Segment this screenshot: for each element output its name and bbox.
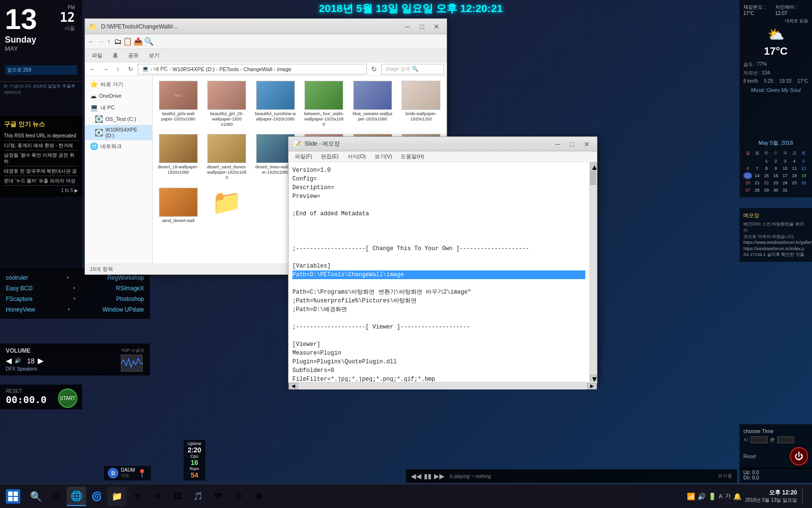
volume-up-btn[interactable]: ▶ <box>38 356 44 365</box>
toolbar-app-icon[interactable]: 🗂 <box>114 37 122 46</box>
shortcut-rsimagex[interactable]: RSImageX <box>116 285 144 292</box>
taskbar-media[interactable]: 🎵 <box>188 487 208 506</box>
news-item-2[interactable]: 남경필 '왕수 폭언 이재명 공전 취하 <box>4 150 78 166</box>
notepad-menu-view[interactable]: 보기(V) <box>371 152 396 161</box>
taskbar-photos[interactable]: 🖼 <box>168 487 188 506</box>
menu-file[interactable]: 파일 <box>87 50 107 61</box>
tray-network-icon[interactable]: 📶 <box>687 493 695 500</box>
menu-view[interactable]: 보기 <box>145 50 164 61</box>
address-bar[interactable]: 💻 › 내 PC › W10RS4XPE (D:) › PETools › Ch… <box>138 64 367 75</box>
start-button-taskbar[interactable] <box>2 486 24 507</box>
scroll-left-btn[interactable]: ◀ <box>289 383 298 389</box>
file-item-7[interactable]: desert_18-wallpaper-1920x1080 <box>155 132 202 182</box>
taskbar-ie[interactable]: 🌀 <box>87 487 106 506</box>
menu-home[interactable]: 홈 <box>108 50 122 61</box>
tray-battery-icon[interactable]: 🔋 <box>708 493 716 500</box>
show-desktop-btn[interactable] <box>801 487 805 506</box>
file-item-1[interactable]: IMG beatful_girls-wallpaper-1920x1080 <box>155 78 202 129</box>
toolbar-view-icon[interactable]: 📋 <box>123 37 132 46</box>
close-button[interactable]: ✕ <box>430 20 443 33</box>
taskbar-calc[interactable]: 🖩 <box>249 487 269 506</box>
sidebar-onedrive[interactable]: ☁ OneDrive <box>85 90 152 102</box>
notepad-hscrollbar[interactable]: ◀ ▶ <box>289 382 597 389</box>
toolbar-share-icon[interactable]: 📤 <box>133 37 143 46</box>
file-item-4[interactable]: between_four_walls-wallpaper-1920x1080 <box>301 78 348 129</box>
tray-volume-icon[interactable]: 🔊 <box>697 493 706 500</box>
shortcut-windowupdate[interactable]: Window UPdate <box>102 306 144 313</box>
shortcut-regworkshop[interactable]: RegWorkshop <box>107 274 144 281</box>
tray-notification-icon[interactable]: 🔔 <box>733 493 741 500</box>
taskbar-edge[interactable]: 🌐 <box>67 487 86 506</box>
nav-back-btn[interactable]: ← <box>87 64 98 75</box>
scroll-thumb[interactable] <box>590 170 596 185</box>
sidebar-my-pc[interactable]: 💻 내 PC <box>85 102 152 113</box>
news-pagination[interactable]: 1 to 5 ▶ <box>4 188 78 193</box>
news-item-3[interactable]: 태영호 전 영국주재 북한대사관 공 <box>4 166 78 176</box>
taskbar-clock[interactable]: 오후 12:20 2018년 5월 13일 일요일 <box>745 489 797 504</box>
tray-ime-icon[interactable]: A <box>719 493 723 500</box>
maximize-button[interactable]: □ <box>416 20 428 33</box>
notepad-scrollbar[interactable]: ▲ ▼ <box>589 162 597 382</box>
taskbar-settings[interactable]: ⚙ <box>229 487 248 506</box>
time-hour-input[interactable] <box>751 436 768 443</box>
notepad-maximize-btn[interactable]: □ <box>566 138 579 150</box>
scroll-right-btn[interactable]: ▶ <box>587 383 597 389</box>
nav-refresh-btn[interactable]: ↻ <box>125 64 136 75</box>
taskbar-file-mgr[interactable]: 📁 <box>107 487 127 506</box>
file-item-8[interactable]: desert_sand_dunes-wallpaper-1920x1080 <box>204 132 250 182</box>
notepad-menu-format[interactable]: 서식(O) <box>344 152 370 161</box>
sidebar-d-drive[interactable]: 💽 W10RS4XPE (D:) <box>85 125 152 140</box>
shortcut-photoshop[interactable]: Photoshop <box>116 296 144 302</box>
start-button[interactable]: START <box>58 388 77 408</box>
taskbar-store[interactable]: 🛍 <box>128 487 147 506</box>
toolbar-search-icon[interactable]: 🔍 <box>144 37 154 46</box>
notepad-menu-file[interactable]: 파일(F) <box>291 152 316 161</box>
sidebar-c-drive[interactable]: 💽 OS_Test (C:) <box>85 113 152 125</box>
notepad-minimize-btn[interactable]: ─ <box>551 138 564 150</box>
np-next-btn[interactable]: ▶▶ <box>434 472 445 480</box>
file-item-13[interactable]: wind_desert-wall <box>155 185 202 226</box>
reset-btn[interactable]: Reset <box>743 454 756 459</box>
shortcut-fscapture[interactable]: FScapture <box>6 296 32 302</box>
taskbar-task-view[interactable]: ⊟ <box>46 487 66 506</box>
file-item-2[interactable]: beautiful_girl_29-wallpaper-1920x1080 <box>204 78 250 129</box>
notepad-menu-edit[interactable]: 편집(E) <box>317 152 343 161</box>
taskbar-search[interactable]: 🔍 <box>26 487 45 506</box>
file-item-6[interactable]: bride-wallpaper-1920x1200 <box>398 78 445 129</box>
np-prev-btn[interactable]: ◀◀ <box>411 472 421 480</box>
power-button[interactable]: ⏻ <box>790 447 808 465</box>
np-play-btn[interactable]: ▮▮ <box>424 472 432 480</box>
nav-up-btn[interactable]: ↑ <box>113 64 123 75</box>
toolbar-forward-icon[interactable]: → <box>96 37 105 46</box>
nav-forward-btn[interactable]: → <box>100 64 111 75</box>
minimize-button[interactable]: ─ <box>401 20 414 33</box>
daum-shortcut[interactable]: D DAUM 지도 📍 <box>104 466 151 480</box>
volume-down-btn[interactable]: ◀ <box>6 356 12 365</box>
taskbar-maps[interactable]: 🗺 <box>209 487 228 506</box>
tray-ime-kr-icon[interactable]: 가 <box>725 492 731 500</box>
shortcut-easybcd[interactable]: Easy BCD <box>6 285 32 292</box>
sidebar-quick-access[interactable]: ⭐ 바로 가기 <box>85 78 152 90</box>
news-item-4[interactable]: 문대 '누드 몰카' 유출 피의자 여성 <box>4 176 78 186</box>
file-item-3[interactable]: beautiful_sunshine-wallpaper-1920x1080 <box>252 78 299 129</box>
notepad-close-btn[interactable]: ✕ <box>580 138 593 150</box>
refresh-btn[interactable]: ↻ <box>369 64 379 75</box>
sidebar-network[interactable]: 🌐 네트워크 <box>85 140 152 152</box>
folder-item[interactable]: 📁 <box>204 185 250 226</box>
news-item-1[interactable]: 디/청, 풍계리 폐쇄 환영 - 한겨레 <box>4 141 78 150</box>
shortcut-honeyview[interactable]: HoneyView <box>6 306 35 313</box>
time-min-input[interactable] <box>777 436 794 443</box>
toolbar-back-icon[interactable]: ← <box>87 37 96 46</box>
scroll-up-btn[interactable]: ▲ <box>590 163 597 169</box>
taskbar-mail[interactable]: ✉ <box>148 487 167 506</box>
file-item-5[interactable]: blue_sweater-wallpaper-1920x1080 <box>349 78 396 129</box>
notepad-content[interactable]: Version=1.0 Config= Description= Preview… <box>289 162 589 382</box>
daum-icon-circle: D <box>108 468 118 478</box>
menu-share[interactable]: 공유 <box>124 50 143 61</box>
notepad-menu-help[interactable]: 도움말(H) <box>397 152 428 161</box>
search-bar[interactable]: image 검색 🔍 <box>381 64 444 75</box>
file-name-13: wind_desert-wall <box>162 218 194 224</box>
toolbar-up-icon[interactable]: ↑ <box>106 37 112 46</box>
shortcut-coolruler[interactable]: coolruler <box>6 274 28 281</box>
scroll-down-btn[interactable]: ▼ <box>590 374 597 381</box>
